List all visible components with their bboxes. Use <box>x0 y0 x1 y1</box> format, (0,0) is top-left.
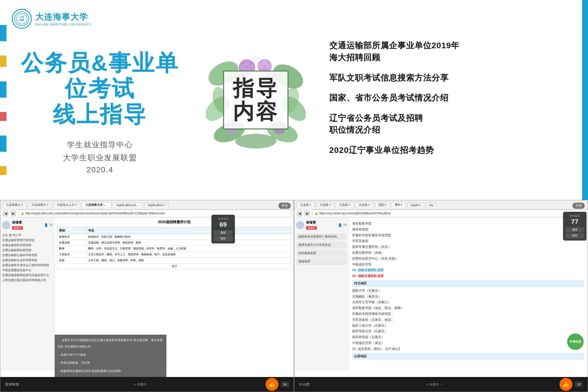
browser-tabs-right: 大连海 × 大连海 × 大连海 × 大连海 × 国职 × 学X × myjob … <box>294 200 588 210</box>
chat-text-4: ：档案馆和交通报社2020 其他部属单位还在招聘 <box>58 369 121 373</box>
like-count-left: 18 <box>281 381 289 387</box>
region-hebei: 河北地区 <box>352 280 584 287</box>
main-title-line1: 公务员&事业单位考试 <box>12 50 188 101</box>
extra-icon-left: ⊙ 长图片 ··· <box>134 382 151 387</box>
tab-6-left[interactable]: myjob.dlmu × <box>144 203 168 207</box>
org-item-4: 交通运输部公路科学研究院 <box>2 253 53 258</box>
apply-btn-right[interactable]: 申请连麦 <box>567 333 584 350</box>
list-item-18: 陆军军医大学（石家庄） <box>352 328 584 334</box>
like-count-right: 19 <box>575 381 583 387</box>
avatar-left <box>2 221 10 229</box>
org-item-9: 人民交通出版社股份管理有限公司 <box>2 278 53 283</box>
stat-btn-2[interactable]: 复联 <box>214 236 233 241</box>
viewer-count-left: 👤 74 <box>44 223 53 227</box>
svg-point-21 <box>258 63 264 68</box>
right-sidebar: 徐瑞雪 直播中 👤 78 招聘有专业需求吗？要求业吗 老师北保中心今年肯定会 好… <box>294 217 349 371</box>
bottom-area: 大连海事大 × 大连海事大 × 大连海大人才 × 大连海事大学就业 × myjo… <box>0 200 588 392</box>
recruitment-table: 类别 专业 航海技术 航海技术、轮机工程、船舶电力技术 交通运输 交通运输、港口… <box>57 227 291 269</box>
list-item-6: 武警后勤学院（东丽） <box>352 250 584 256</box>
left-panel: 大连 海事 大连海事大学 DALIAN MARITIME UNIVERSITY … <box>0 0 194 200</box>
subtitle-line2: 大学生职业发展联盟 <box>12 151 188 164</box>
list-item-14: 海军勤务学院（保定、邢台、涿郸） <box>352 305 584 311</box>
deco-bar-5 <box>0 136 6 152</box>
viewer-count-right: 👤 78 <box>338 223 347 227</box>
right-controls-left: 👍 18 <box>265 378 289 391</box>
chat-text-1: 这两天关注中国船级社社区交通出版发售管理有限公司 海大就业网、海大官微同步 另交… <box>58 338 163 348</box>
extra-icon-right: ⊙ 长图片 ··· <box>426 382 443 387</box>
tab-7-right[interactable]: myjob × <box>407 203 424 207</box>
guide-item-3[interactable]: 国家、省市公务员考试情况介绍 <box>329 92 570 104</box>
right-controls-right: 👍 19 <box>559 378 583 391</box>
screenshot-right: 大连海 × 大连海 × 大连海 × 大连海 × 国职 × 学X × myjob … <box>294 200 588 392</box>
user-row-left: 徐瑞雪 直播中 👤 74 <box>2 219 53 231</box>
table-row-6: 合计 <box>57 263 291 269</box>
td-cat-4: 工程技术 <box>57 252 86 258</box>
live-stats-left: 登讨论区 69 邀请 复联 <box>211 215 235 243</box>
guide-item-2[interactable]: 军队文职考试信息搜索方法分享 <box>329 72 570 84</box>
tab-1-right[interactable]: 大连海 × <box>297 202 315 208</box>
main-title: 公务员&事业单位考试 线上指导 <box>12 50 188 127</box>
right-content-area: 徐瑞雪 直播中 👤 78 招聘有专业需求吗？要求业吗 老师北保中心今年肯定会 好… <box>294 217 588 371</box>
username-left: 徐瑞雪 <box>12 220 42 225</box>
tab-8-right[interactable]: my. <box>426 203 437 207</box>
deco-left <box>0 0 6 200</box>
user-info-right: 徐瑞雪 直播中 <box>306 220 336 230</box>
chat-msg-3: ：有电话和邮箱，可以查 <box>58 359 163 366</box>
tab-3-right[interactable]: 大连海 × <box>336 202 354 208</box>
td-total: 合计 <box>57 263 291 269</box>
thumb-up-left[interactable]: 👍 <box>265 378 278 391</box>
svg-point-22 <box>265 63 271 68</box>
stat-buttons: 邀请 复联 <box>214 230 233 241</box>
list-item-3: 军事科学院军事医学研究院 <box>352 233 584 238</box>
nav-back-left[interactable]: ◀ <box>3 211 9 216</box>
chat-bubble-3: 好的谢谢老师 <box>296 250 347 257</box>
thumb-up-right[interactable]: 👍 <box>559 378 572 391</box>
list-item-9: /5/- 战略支援部队某部 <box>352 267 584 273</box>
url-text-left: http://myjob.dlmu.edu.cn/portal/home/spe… <box>25 212 166 215</box>
tab-2-left[interactable]: 大连海事大 × <box>28 202 52 208</box>
university-logo: 大连 海事 <box>12 9 32 29</box>
stat-btn-2-right[interactable]: 复联 <box>565 233 584 238</box>
nav-forward-right[interactable]: ▶ <box>304 211 310 216</box>
report-btn-right[interactable]: 举报 <box>572 203 585 209</box>
tab-4-right[interactable]: 大连海 × <box>355 202 373 208</box>
tab-4-left[interactable]: 大连海事大学就业 × <box>82 202 111 208</box>
list-item-7: 武警特色医学中心（河东·东丽） <box>352 256 584 262</box>
url-bar-left[interactable]: 🔒 http://myjob.dlmu.edu.cn/portal/home/s… <box>18 210 291 217</box>
guide-item-1[interactable]: 交通运输部所属企事业单位2019年海大招聘回顾 <box>329 40 570 64</box>
guide-item-5[interactable]: 2020辽宁事业单位招考趋势 <box>329 144 570 156</box>
list-item-11: 国防大学（石家庄） <box>352 288 584 294</box>
stat-btn-1[interactable]: 邀请 <box>214 230 233 235</box>
svg-point-23 <box>252 55 259 62</box>
tab-5-left[interactable]: myjob.dlmu.edu × <box>113 203 143 207</box>
stat-label-top-right: 在线嘉宾 <box>565 214 584 218</box>
guide-item-4[interactable]: 辽宁省公务员考试及招聘职位情况介绍 <box>329 112 570 136</box>
tab-3-left[interactable]: 大连海大人才 × <box>54 202 80 208</box>
tab-5-right[interactable]: 国职 × <box>375 202 390 208</box>
td-maj-5: 土木工程、建筑、港口、造船管理、体育、成绩 <box>86 258 291 263</box>
subtitle-date: 2020.4 <box>12 165 188 174</box>
deco-bar-4 <box>0 112 6 121</box>
stat-btn-1-right[interactable]: 邀请 <box>565 227 584 232</box>
military-list: 海军勤务学院 海军研究院 军事科学院军事医学研究院 空军装备部 陆军军事交通学院… <box>350 219 586 362</box>
tab-6-right[interactable]: 学X × <box>392 202 405 208</box>
user-info-left: 徐瑞雪 直播中 <box>12 220 42 230</box>
th-major: 专业 <box>86 227 291 234</box>
nav-forward-left[interactable]: ▶ <box>10 211 16 216</box>
stat-number: 69 <box>214 221 233 228</box>
stat-number-right: 77 <box>565 218 584 226</box>
avatar-right <box>296 221 304 229</box>
logo-english: DALIAN MARITIME UNIVERSITY <box>35 23 92 26</box>
tab-2-right[interactable]: 大连海 × <box>316 202 334 208</box>
nav-back-right[interactable]: ◀ <box>297 211 303 216</box>
deco-bar-1 <box>0 25 6 41</box>
main-title-line2: 线上指导 <box>12 101 188 127</box>
tab-1-left[interactable]: 大连海事大 × <box>3 202 26 208</box>
report-btn-left[interactable]: 举报 <box>278 203 291 209</box>
logo-area: 大连 海事 大连海事大学 DALIAN MARITIME UNIVERSITY <box>12 9 92 29</box>
list-item-19: 陆军研究院（石家庄） <box>352 334 584 340</box>
list-item-16: 空军装备部（石家庄、保定） <box>352 317 584 323</box>
svg-point-24 <box>235 134 276 149</box>
url-bar-right[interactable]: 🔒 https://mp.weixin.qq.com/s/qlDXJbl8lbo… <box>312 210 585 217</box>
bottom-controls-right: ⊙ 长图片 ··· <box>426 382 443 387</box>
